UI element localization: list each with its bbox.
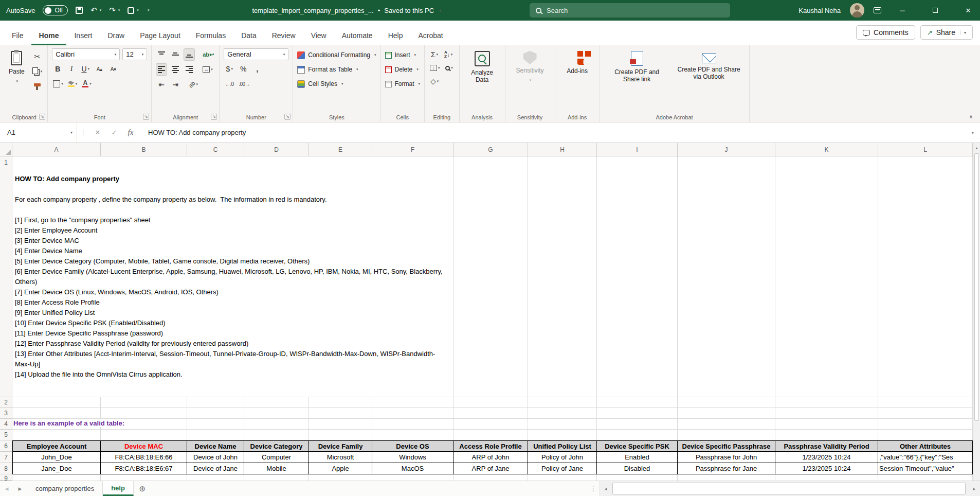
format-painter-button[interactable] [31, 80, 44, 93]
cell[interactable] [453, 474, 528, 481]
table-cell[interactable]: Passphrase for Jane [678, 463, 775, 474]
row-header-8[interactable]: 8 [0, 463, 12, 474]
italic-button[interactable]: I [66, 63, 77, 75]
column-header-I[interactable]: I [597, 143, 678, 156]
find-select-dropdown-icon[interactable]: ▾ [451, 66, 453, 70]
table-cell[interactable]: ARP of Jane [453, 463, 528, 474]
tab-view[interactable]: View [303, 27, 334, 45]
format-cells-button[interactable]: Format▾ [385, 77, 421, 91]
accounting-format-button[interactable]: $▾ [224, 63, 235, 75]
cell[interactable] [101, 430, 187, 440]
table-cell[interactable]: ,"value":"66"},{"key":"Ses [878, 452, 973, 463]
tab-formulas[interactable]: Formulas [188, 27, 233, 45]
table-header-cell[interactable]: Device Family [309, 440, 372, 452]
select-all-button[interactable] [0, 143, 12, 156]
cell[interactable] [775, 474, 878, 481]
name-box-dropdown-icon[interactable]: ▾ [70, 130, 72, 135]
hscroll-left-arrow[interactable]: ◂ [600, 486, 611, 491]
cell[interactable] [101, 474, 187, 481]
tab-acrobat[interactable]: Acrobat [410, 27, 450, 45]
cell[interactable] [878, 419, 973, 430]
column-header-H[interactable]: H [528, 143, 597, 156]
sheet-tab-company-properties[interactable]: company properties [27, 481, 103, 496]
column-header-J[interactable]: J [678, 143, 775, 156]
redo-dropdown-icon[interactable]: ▾ [118, 8, 120, 12]
insert-cells-dropdown-icon[interactable]: ▾ [414, 53, 416, 57]
cell[interactable] [12, 397, 101, 408]
sort-filter-button[interactable]: AZ↓▾ [443, 48, 454, 61]
row-header-7[interactable]: 7 [0, 452, 12, 463]
column-header-L[interactable]: L [878, 143, 973, 156]
font-color-dropdown-icon[interactable]: ▾ [89, 82, 92, 86]
formula-input[interactable]: HOW TO: Add company property [148, 129, 246, 136]
fill-color-button[interactable]: ▾ [67, 78, 79, 90]
cell-styles-dropdown-icon[interactable]: ▾ [341, 82, 343, 86]
table-cell[interactable]: Mobile [244, 463, 309, 474]
save-button[interactable] [76, 7, 83, 14]
cell-styles-button[interactable]: Cell Styles▾ [297, 77, 376, 91]
table-cell[interactable]: Policy of Jane [528, 463, 597, 474]
conditional-formatting-dropdown-icon[interactable]: ▾ [374, 53, 376, 57]
restore-button[interactable] [923, 0, 947, 21]
cell[interactable] [878, 397, 973, 408]
table-header-cell[interactable]: Device Name [187, 440, 244, 452]
quick-command-dropdown-icon[interactable]: ▾ [137, 8, 139, 12]
cell[interactable] [678, 430, 775, 440]
hscroll-thumb[interactable] [612, 483, 966, 494]
table-cell[interactable]: Device of John [187, 452, 244, 463]
cell[interactable] [244, 408, 309, 419]
table-header-cell[interactable]: Device OS [372, 440, 453, 452]
cell[interactable] [101, 408, 187, 419]
enter-button[interactable]: ✓ [106, 129, 122, 136]
row-header-4[interactable]: 4 [0, 419, 12, 430]
close-button[interactable]: ✕ [956, 0, 980, 21]
sheet-nav-right-icon[interactable]: ▶ [13, 481, 27, 496]
cut-button[interactable]: ✂ [31, 50, 44, 63]
increase-decimal-button[interactable]: ←.0 [224, 78, 235, 90]
tab-file[interactable]: File [4, 27, 31, 45]
horizontal-scrollbar[interactable]: ◂ ▸ [600, 481, 980, 496]
cell[interactable] [309, 419, 372, 430]
cell[interactable] [597, 430, 678, 440]
cell[interactable] [372, 474, 453, 481]
clear-dropdown-icon[interactable]: ▾ [437, 79, 439, 83]
addins-button[interactable]: Add-ins [559, 48, 595, 75]
tab-review[interactable]: Review [264, 27, 303, 45]
row-header-3[interactable]: 3 [0, 408, 12, 419]
sheet-nav-left-icon[interactable]: ◀ [0, 481, 13, 496]
cell[interactable] [528, 397, 597, 408]
cell[interactable] [597, 408, 678, 419]
cell[interactable] [309, 474, 372, 481]
merge-center-dropdown-icon[interactable]: ▾ [211, 67, 213, 72]
cell[interactable] [597, 474, 678, 481]
cell[interactable] [187, 397, 244, 408]
column-header-B[interactable]: B [101, 143, 187, 156]
conditional-formatting-button[interactable]: Conditional Formatting▾ [297, 48, 376, 62]
row-header-1[interactable]: 1 [0, 156, 12, 397]
insert-cells-button[interactable]: Insert▾ [385, 48, 421, 62]
table-cell[interactable]: Microsoft [309, 452, 372, 463]
quick-command-button[interactable]: ▾ [128, 7, 139, 14]
number-dialog-launcher[interactable]: ↘ [284, 114, 291, 120]
undo-dropdown-icon[interactable]: ▾ [100, 8, 102, 12]
cell[interactable] [309, 408, 372, 419]
cell[interactable] [453, 156, 528, 397]
table-cell[interactable]: F8:CA:B8:18:E6:66 [101, 452, 187, 463]
cell[interactable] [775, 430, 878, 440]
tab-home[interactable]: Home [31, 27, 67, 45]
cell[interactable] [372, 397, 453, 408]
cell[interactable] [453, 397, 528, 408]
decrease-font-size-button[interactable]: A▾ [107, 63, 119, 75]
hscroll-right-arrow[interactable]: ▸ [969, 486, 980, 491]
row-header-6[interactable]: 6 [0, 440, 12, 452]
column-header-E[interactable]: E [309, 143, 372, 156]
decrease-indent-button[interactable]: ⇤ [156, 78, 167, 91]
table-cell[interactable]: Device of Jane [187, 463, 244, 474]
table-header-cell[interactable]: Employee Account [12, 440, 101, 452]
cell[interactable] [453, 419, 528, 430]
cell[interactable] [528, 419, 597, 430]
create-pdf-outlook-button[interactable]: Create PDF and Share via Outlook [673, 48, 745, 80]
find-select-button[interactable]: ▾ [444, 62, 455, 74]
row-header-9[interactable]: 9 [0, 474, 12, 481]
decrease-decimal-button[interactable]: .00→ [238, 78, 251, 90]
